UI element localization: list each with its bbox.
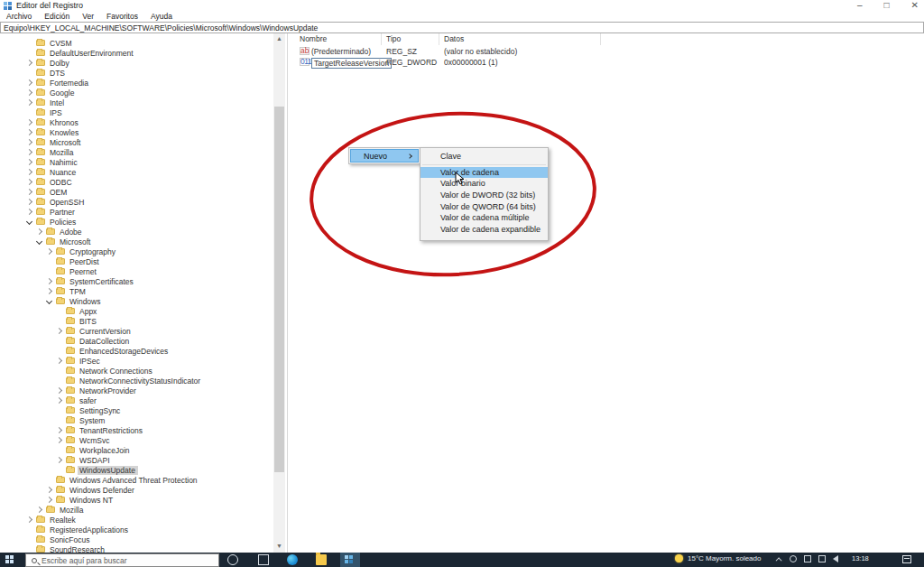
file-explorer-icon[interactable] <box>316 554 327 565</box>
values-list[interactable]: Nombre Tipo Datos ab(Predeterminado)REG_… <box>291 33 924 553</box>
menu-edici-n[interactable]: Edición <box>38 12 76 21</box>
tree-item-windows[interactable]: Windows <box>0 296 273 306</box>
tree-item-nahimic[interactable]: Nahimic <box>0 157 273 167</box>
submenu-item-valor-de-dword-32-bits[interactable]: Valor de DWORD (32 bits) <box>420 190 548 201</box>
tree-item-networkconnectivitystatusindicator[interactable]: NetworkConnectivityStatusIndicator <box>0 376 273 386</box>
chevron-right-icon[interactable] <box>56 427 62 433</box>
chevron-right-icon[interactable] <box>26 149 32 155</box>
tree-item-google[interactable]: Google <box>0 88 273 98</box>
tree-item-peernet[interactable]: Peernet <box>0 266 273 276</box>
tree-item-fortemedia[interactable]: Fortemedia <box>0 78 273 88</box>
chevron-down-icon[interactable] <box>46 298 52 304</box>
tree-item-odbc[interactable]: ODBC <box>0 177 273 187</box>
chevron-right-icon[interactable] <box>26 139 32 145</box>
tree-item-systemcertificates[interactable]: SystemCertificates <box>0 276 273 286</box>
hidden-icons-icon[interactable] <box>776 557 782 563</box>
minimize-button[interactable]: – <box>857 0 863 11</box>
tree-item-windows-advanced-threat-protection[interactable]: Windows Advanced Threat Protection <box>0 475 273 485</box>
submenu-item-valor-binario[interactable]: Valor binario <box>420 178 548 190</box>
chevron-right-icon[interactable] <box>46 497 52 503</box>
tree-item-ipsec[interactable]: IPSec <box>0 356 273 366</box>
column-header-nombre[interactable]: Nombre <box>300 34 327 43</box>
tree-item-mozilla[interactable]: Mozilla <box>0 147 273 157</box>
tree-item-partner[interactable]: Partner <box>0 207 273 217</box>
chevron-right-icon[interactable] <box>26 209 32 215</box>
tree-item-khronos[interactable]: Khronos <box>0 117 273 127</box>
chevron-right-icon[interactable] <box>46 487 52 493</box>
chevron-right-icon[interactable] <box>56 358 62 364</box>
close-button[interactable]: ✕ <box>911 0 919 11</box>
pane-splitter[interactable] <box>287 33 288 553</box>
chevron-down-icon[interactable] <box>36 238 42 245</box>
chevron-right-icon[interactable] <box>36 507 42 513</box>
column-header-tipo[interactable]: Tipo <box>386 34 401 43</box>
scrollbar-thumb[interactable] <box>274 107 284 472</box>
column-header-datos[interactable]: Datos <box>444 34 464 43</box>
tree-item-dolby[interactable]: Dolby <box>0 58 273 68</box>
chevron-right-icon[interactable] <box>26 129 32 135</box>
tree-item-windows-nt[interactable]: Windows NT <box>0 495 273 505</box>
tree-item-soundresearch[interactable]: SoundResearch <box>0 544 273 553</box>
chevron-right-icon[interactable] <box>26 99 32 106</box>
tree-item-currentversion[interactable]: CurrentVersion <box>0 326 273 336</box>
value-row-predeterminado[interactable]: ab(Predeterminado)REG_SZ(valor no establ… <box>291 47 924 58</box>
tree-item-dts[interactable]: DTS <box>0 68 273 78</box>
chevron-right-icon[interactable] <box>36 228 42 235</box>
tree-item-windowsupdate[interactable]: WindowsUpdate <box>0 465 273 475</box>
registry-tree[interactable]: CVSMDefaultUserEnvironmentDolbyDTSFortem… <box>0 33 273 553</box>
menu-archivo[interactable]: Archivo <box>0 12 38 21</box>
menu-ver[interactable]: Ver <box>76 12 100 21</box>
tree-item-bits[interactable]: BITS <box>0 316 273 326</box>
tray-display-icon[interactable] <box>818 555 826 562</box>
address-bar[interactable]: Equipo\HKEY_LOCAL_MACHINE\SOFTWARE\Polic… <box>0 22 924 33</box>
tree-item-intel[interactable]: Intel <box>0 98 273 107</box>
value-row-targetreleaseversion[interactable]: 011TargetReleaseVersionREG_DWORD0x000000… <box>291 58 924 69</box>
tree-item-defaultuserenvironment[interactable]: DefaultUserEnvironment <box>0 48 273 58</box>
menu-ayuda[interactable]: Ayuda <box>144 12 179 21</box>
tray-onedrive-icon[interactable] <box>804 555 811 562</box>
tree-item-sonicfocus[interactable]: SonicFocus <box>0 534 273 544</box>
submenu-item-valor-de-cadena-m-ltiple[interactable]: Valor de cadena múltiple <box>420 212 548 224</box>
chevron-right-icon[interactable] <box>56 397 62 404</box>
tree-item-settingsync[interactable]: SettingSync <box>0 405 273 415</box>
notification-center-icon[interactable] <box>902 555 911 563</box>
submenu-item-valor-de-cadena[interactable]: Valor de cadena <box>420 167 548 179</box>
edge-icon[interactable] <box>287 554 298 565</box>
tree-item-microsoft[interactable]: Microsoft <box>0 137 273 147</box>
volume-icon[interactable] <box>833 555 838 562</box>
chevron-right-icon[interactable] <box>26 199 32 205</box>
chevron-right-icon[interactable] <box>26 119 32 125</box>
tree-item-tpm[interactable]: TPM <box>0 286 273 296</box>
taskbar-search[interactable]: Escribe aquí para buscar <box>25 553 219 567</box>
chevron-right-icon[interactable] <box>56 437 62 443</box>
chevron-right-icon[interactable] <box>26 159 32 165</box>
tree-item-workplacejoin[interactable]: WorkplaceJoin <box>0 445 273 455</box>
tree-scrollbar[interactable]: ▲ ▼ <box>273 33 285 553</box>
taskbar-clock[interactable]: 13:18 <box>852 554 869 562</box>
tree-item-ips[interactable]: IPS <box>0 107 273 117</box>
chevron-right-icon[interactable] <box>46 248 52 255</box>
tree-item-windows-defender[interactable]: Windows Defender <box>0 485 273 495</box>
task-view-icon[interactable] <box>258 554 269 565</box>
value-name[interactable]: (Predeterminado) <box>311 47 371 56</box>
tree-item-cryptography[interactable]: Cryptography <box>0 246 273 256</box>
chevron-right-icon[interactable] <box>46 278 52 284</box>
tray-user-icon[interactable] <box>790 555 797 562</box>
tree-item-wcmsvc[interactable]: WcmSvc <box>0 435 273 445</box>
tree-item-mozilla[interactable]: Mozilla <box>0 505 273 515</box>
chevron-right-icon[interactable] <box>26 516 32 523</box>
tree-item-registeredapplications[interactable]: RegisteredApplications <box>0 525 273 534</box>
tree-item-adobe[interactable]: Adobe <box>0 227 273 237</box>
cortana-icon[interactable] <box>227 554 238 565</box>
chevron-right-icon[interactable] <box>26 189 32 195</box>
menu-favoritos[interactable]: Favoritos <box>100 12 144 21</box>
scroll-up-icon[interactable]: ▲ <box>273 33 285 43</box>
start-button[interactable] <box>5 555 14 564</box>
chevron-right-icon[interactable] <box>26 169 32 175</box>
scroll-down-icon[interactable]: ▼ <box>273 541 285 551</box>
tree-item-appx[interactable]: Appx <box>0 306 273 316</box>
submenu-item-valor-de-cadena-expandible[interactable]: Valor de cadena expandible <box>420 224 548 236</box>
tree-item-cvsm[interactable]: CVSM <box>0 38 273 48</box>
chevron-right-icon[interactable] <box>26 179 32 185</box>
maximize-button[interactable]: □ <box>884 0 890 11</box>
